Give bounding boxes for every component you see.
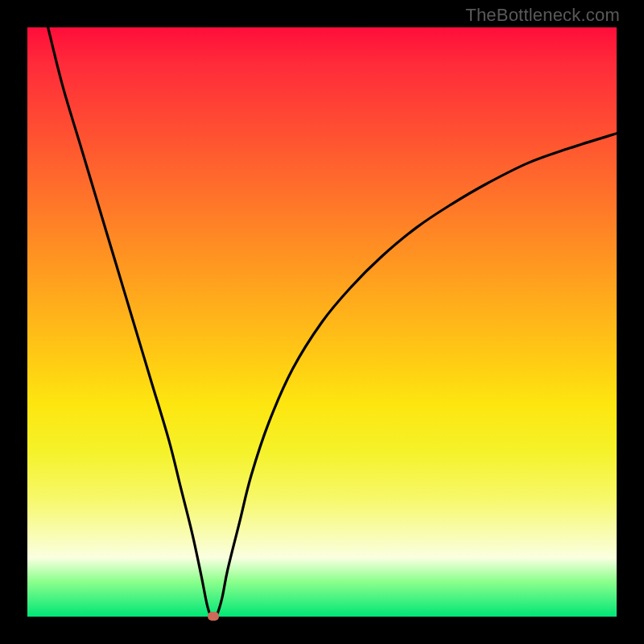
minimum-marker xyxy=(208,612,219,621)
plot-area xyxy=(27,27,617,617)
bottleneck-curve xyxy=(27,27,617,617)
chart-frame: TheBottleneck.com xyxy=(0,0,644,644)
attribution-label: TheBottleneck.com xyxy=(465,5,620,26)
